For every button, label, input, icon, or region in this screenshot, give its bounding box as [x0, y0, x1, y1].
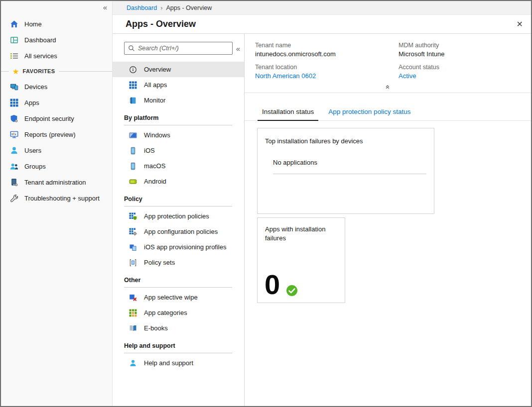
sidebar-item-all-services[interactable]: All services [1, 48, 112, 64]
sidebar-item-label: Devices [24, 83, 47, 91]
left-sidebar: « Home Dashboard All services [1, 1, 113, 406]
blade-item-ios[interactable]: iOS [113, 143, 244, 158]
sidebar-item-label: Apps [24, 99, 39, 106]
field-value: intunedocs.onmicrosoft.com [255, 50, 399, 58]
field-label: MDM authority [399, 42, 521, 49]
breadcrumb-current: Apps - Overview [166, 4, 212, 11]
blade-item-label: App protection policies [144, 212, 209, 220]
blade-item-app-categories[interactable]: App categories [113, 305, 244, 320]
blade-item-app-protection-policies[interactable]: App protection policies [113, 208, 244, 224]
blade-item-overview[interactable]: Overview [113, 62, 244, 77]
card-title: Top installation failures by devices [265, 137, 426, 146]
apps-with-installation-failures-card[interactable]: Apps with installation failures 0 [257, 217, 345, 303]
sidebar-item-tenant-administration[interactable]: Tenant administration [1, 174, 112, 190]
section-header-policy: Policy [124, 196, 232, 206]
app-protection-icon [129, 212, 137, 221]
sidebar-item-home[interactable]: Home [1, 16, 112, 32]
groups-icon [9, 162, 18, 171]
tenant-location-link[interactable]: North American 0602 [255, 72, 399, 80]
macos-icon [129, 162, 137, 171]
tab-installation-status[interactable]: Installation status [258, 108, 318, 121]
close-icon[interactable]: ✕ [517, 19, 523, 29]
account-status-link[interactable]: Active [399, 72, 521, 80]
tab-app-protection-policy-status[interactable]: App protection policy status [324, 108, 415, 120]
blade-item-label: Policy sets [144, 259, 175, 266]
reports-icon [9, 130, 18, 139]
blade-item-ios-app-provisioning-profiles[interactable]: iOS app provisioning profiles [113, 239, 244, 255]
failure-count: 0 [265, 271, 279, 299]
sidebar-item-label: Tenant administration [24, 179, 86, 186]
breadcrumb-separator-icon: › [160, 4, 162, 11]
account-status-field: Account status Active [399, 64, 521, 80]
divider [59, 71, 112, 72]
favorites-header: ★ FAVORITES [1, 64, 112, 79]
sidebar-item-endpoint-security[interactable]: Endpoint security [1, 110, 112, 126]
monitor-icon [129, 96, 137, 105]
blade-item-label: Windows [144, 131, 170, 139]
top-installation-failures-card[interactable]: Top installation failures by devices No … [257, 128, 434, 214]
blade-item-label: E-books [144, 324, 168, 332]
sidebar-item-groups[interactable]: Groups [1, 158, 112, 174]
blade-item-label: App configuration policies [144, 228, 218, 235]
breadcrumb: Dashboard › Apps - Overview [113, 1, 531, 15]
blade-item-macos[interactable]: macOS [113, 158, 244, 174]
info-collapse-row: « [255, 83, 521, 91]
field-label: Tenant location [255, 64, 399, 71]
blade-item-help-and-support[interactable]: Help and support [113, 355, 244, 371]
search-icon [128, 44, 135, 53]
blade-item-android[interactable]: Android [113, 174, 244, 189]
star-icon: ★ [12, 68, 19, 75]
section-header-label: By platform [124, 114, 158, 121]
blade-menu: Overview All apps Monitor [113, 62, 244, 371]
blade-item-app-selective-wipe[interactable]: App selective wipe [113, 290, 244, 305]
tenant-administration-icon [9, 178, 18, 187]
divider [1, 71, 9, 72]
android-icon [129, 177, 137, 186]
blade-item-all-apps[interactable]: All apps [113, 77, 244, 93]
section-header-help-and-support: Help and support [124, 342, 232, 353]
sidebar-item-devices[interactable]: Devices [1, 79, 112, 95]
sidebar-item-label: Groups [24, 163, 46, 170]
sidebar-item-users[interactable]: Users [1, 142, 112, 158]
section-header-by-platform: By platform [124, 114, 232, 125]
sidebar-item-label: All services [24, 52, 57, 60]
blade-item-label: macOS [144, 162, 165, 170]
all-services-icon [9, 51, 18, 60]
sidebar-item-troubleshooting[interactable]: Troubleshooting + support [1, 190, 112, 206]
section-header-label: Other [124, 277, 140, 284]
sidebar-item-label: Home [24, 20, 42, 28]
dashboard-icon [9, 35, 18, 44]
card-title: Apps with installation failures [265, 225, 337, 243]
main-content: Tenant name intunedocs.onmicrosoft.com M… [245, 34, 531, 406]
help-support-icon [129, 359, 137, 368]
blade-item-windows[interactable]: Windows [113, 127, 244, 143]
collapse-up-icon[interactable]: « [384, 85, 392, 89]
breadcrumb-dashboard-link[interactable]: Dashboard [127, 4, 157, 11]
sidebar-collapse-icon[interactable]: « [103, 3, 107, 11]
ebooks-icon [129, 324, 137, 333]
blade-item-app-configuration-policies[interactable]: App configuration policies [113, 224, 244, 239]
sidebar-nav-list: Home Dashboard All services ★ FAVORITES [1, 16, 112, 206]
sidebar-item-apps[interactable]: Apps [1, 95, 112, 110]
sidebar-item-reports[interactable]: Reports (preview) [1, 126, 112, 142]
blade-item-monitor[interactable]: Monitor [113, 93, 244, 108]
search-box[interactable] [124, 42, 233, 55]
field-label: Tenant name [255, 42, 399, 49]
blade-item-policy-sets[interactable]: Policy sets [113, 255, 244, 270]
blade-item-label: iOS app provisioning profiles [144, 243, 226, 251]
check-circle-icon [286, 285, 298, 297]
blade-title-bar: Apps - Overview ✕ [113, 15, 531, 34]
tenant-info-panel: Tenant name intunedocs.onmicrosoft.com M… [245, 34, 531, 91]
blade-item-label: iOS [144, 147, 155, 154]
users-icon [9, 146, 18, 155]
policy-sets-icon [129, 258, 137, 267]
blade-item-label: App selective wipe [144, 294, 198, 301]
sidebar-item-label: Endpoint security [24, 115, 74, 122]
blade-collapse-icon[interactable]: « [236, 44, 240, 53]
search-input[interactable] [138, 45, 229, 52]
devices-icon [9, 82, 18, 91]
blade-item-ebooks[interactable]: E-books [113, 320, 244, 336]
intune-portal-window: « Home Dashboard All services [0, 0, 532, 407]
sidebar-item-dashboard[interactable]: Dashboard [1, 32, 112, 48]
page-title: Apps - Overview [126, 19, 196, 29]
